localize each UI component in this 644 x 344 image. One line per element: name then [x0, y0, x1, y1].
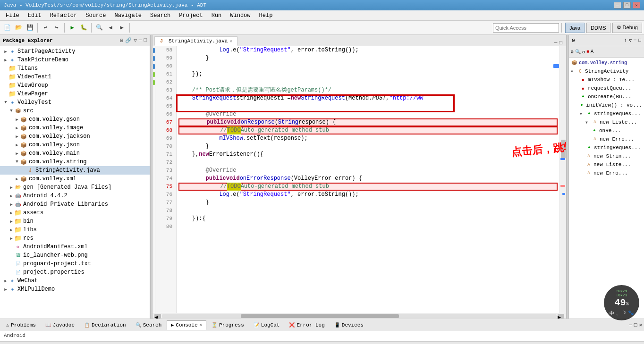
tab-logcat[interactable]: 📝 LogCat: [249, 320, 284, 330]
outline-anon-errorlistener2[interactable]: A new Erro...: [569, 169, 644, 177]
tree-item-main[interactable]: ▶ 📦 com.volley.main: [0, 149, 150, 158]
perspective-java[interactable]: Java: [565, 23, 585, 33]
tab-javadoc[interactable]: 📖 Javadoc: [41, 320, 79, 330]
horizontal-scrollbar[interactable]: ◀ ▶: [153, 313, 566, 319]
tree-item-res[interactable]: ▶ 📁 res: [0, 234, 150, 243]
tree-item-viewgroup[interactable]: ▶ 📁 ViewGroup: [0, 81, 150, 90]
h-scroll-track[interactable]: [162, 314, 557, 318]
quick-access-input[interactable]: [493, 23, 559, 33]
tree-item-volleytest[interactable]: ▼ ◈ VolleyTest: [0, 98, 150, 107]
net-btn-moon[interactable]: ☽: [623, 310, 626, 317]
tree-item-viewpager[interactable]: ▶ 📁 ViewPager: [0, 90, 150, 98]
tab-problems[interactable]: ⚠ Problems: [2, 320, 40, 330]
tree-item-gen[interactable]: ▶ 📂 gen [Generated Java Files]: [0, 183, 150, 192]
menu-navigate[interactable]: Navigate: [110, 11, 145, 20]
outline-method-initview[interactable]: ● initView() : vo...: [569, 101, 644, 109]
console-minimize[interactable]: ─: [629, 322, 632, 328]
outline-btn-1[interactable]: ⚙: [571, 49, 574, 55]
tab-declaration[interactable]: 📋 Declaration: [80, 320, 130, 330]
close-button[interactable]: ✕: [633, 2, 640, 8]
outline-maximize-icon[interactable]: □: [638, 38, 641, 43]
menu-run[interactable]: Run: [208, 11, 226, 20]
net-btn-paw[interactable]: 🐾: [628, 310, 634, 317]
tab-console[interactable]: ▶ Console ✕: [167, 320, 206, 330]
menu-help[interactable]: Help: [255, 11, 277, 20]
console-close[interactable]: ✕: [200, 322, 202, 327]
outline-anon-listener2[interactable]: A new Liste...: [569, 160, 644, 169]
tree-item-manifest[interactable]: ▶ ⚙ AndroidManifest.xml: [0, 243, 150, 251]
console-maximize[interactable]: □: [634, 322, 637, 328]
menu-search[interactable]: Search: [146, 11, 174, 20]
outline-btn-2[interactable]: 🔍: [575, 49, 581, 55]
tree-item-string[interactable]: ▼ 📦 com.volley.string: [0, 158, 150, 166]
collapse-all-icon[interactable]: ⊟: [120, 37, 124, 43]
perspective-debug[interactable]: ⚙ Debug: [612, 23, 642, 33]
tree-item-jackson[interactable]: ▶ 📦 com.volley.jackson: [0, 132, 150, 141]
toolbar-new[interactable]: 📄: [2, 23, 12, 33]
tree-item-assets[interactable]: ▶ 📁 assets: [0, 209, 150, 217]
tree-item-json[interactable]: ▶ 📦 com.volley.json: [0, 141, 150, 149]
tree-item-startpage[interactable]: ▶ ◈ StartPageActivity: [0, 47, 150, 56]
window-controls[interactable]: ─ □ ✕: [614, 2, 640, 8]
tree-item-xml[interactable]: ▶ 📦 com.volley.xml: [0, 175, 150, 183]
editor-maximize[interactable]: □: [559, 40, 562, 46]
tab-errorlog[interactable]: ❌ Error Log: [285, 320, 329, 330]
h-scroll-thumb[interactable]: [241, 314, 398, 318]
outline-anon-strin[interactable]: A new Strin...: [569, 152, 644, 160]
perspective-ddms[interactable]: DDMS: [586, 23, 610, 33]
tree-item-stringactivity[interactable]: ▶ J StringActivity.java: [0, 166, 150, 175]
tree-item-android442[interactable]: ▶ 🤖 Android 4.4.2: [0, 192, 150, 200]
tree-item-image[interactable]: ▶ 📦 com.volley.image: [0, 124, 150, 132]
outline-filter-icon[interactable]: ▽: [629, 38, 632, 43]
outline-minimize-icon[interactable]: ─: [634, 38, 636, 43]
maximize-button[interactable]: □: [623, 2, 631, 8]
menu-refactor[interactable]: Refactor: [46, 11, 81, 20]
outline-btn-3[interactable]: ↺: [582, 49, 585, 55]
scrollbar-thumb[interactable]: [561, 140, 566, 159]
outline-method-stringreq2[interactable]: ▼ ● stringReques...: [569, 143, 644, 152]
toolbar-run[interactable]: ▶: [67, 23, 77, 33]
tree-item-libs[interactable]: ▶ 📁 libs: [0, 226, 150, 234]
tree-item-taskpicture[interactable]: ▶ ◈ TaskPictureDemo: [0, 56, 150, 64]
net-btn-2[interactable]: 、: [616, 310, 621, 317]
outline-field-mtvshow[interactable]: ■ mTvShow : Te...: [569, 76, 644, 84]
link-editor-icon[interactable]: 🔗: [125, 37, 132, 43]
toolbar-search[interactable]: 🔍: [94, 23, 104, 33]
outline-package[interactable]: 📦 com.volley.string: [569, 59, 644, 67]
outline-anon-listener1[interactable]: ▼ A new Liste...: [569, 118, 644, 126]
toolbar-save[interactable]: 💾: [25, 23, 35, 33]
menu-window[interactable]: Window: [226, 11, 254, 20]
tree-item-titans[interactable]: ▶ 📁 Titans: [0, 64, 150, 73]
tab-progress[interactable]: ⏳ Progress: [207, 320, 248, 330]
outline-method-stringreq1[interactable]: ▼ ● stringReques...: [569, 109, 644, 118]
menu-source[interactable]: Source: [82, 11, 110, 20]
tree-item-wechat[interactable]: ▶ ◈ WeChat: [0, 277, 150, 285]
h-scroll-left[interactable]: ◀: [154, 314, 161, 319]
tree-item-proguard[interactable]: ▶ 📄 proguard-project.txt: [0, 260, 150, 268]
net-btn-1[interactable]: 中: [610, 310, 614, 317]
outline-btn-4[interactable]: ■: [586, 49, 589, 54]
tree-item-src[interactable]: ▼ 📦 src: [0, 107, 150, 115]
tab-close[interactable]: ✕: [229, 39, 232, 44]
view-menu-icon[interactable]: ▽: [134, 37, 137, 43]
console-close-btn[interactable]: ✕: [639, 322, 642, 328]
toolbar-debug[interactable]: 🐛: [78, 23, 89, 33]
tree-item-props[interactable]: ▶ 📄 project.properties: [0, 268, 150, 277]
outline-method-onresponse[interactable]: ● onRe...: [569, 126, 644, 135]
minimize-panel-icon[interactable]: ─: [139, 37, 142, 43]
menu-file[interactable]: File: [2, 11, 23, 20]
toolbar-undo[interactable]: ↩: [40, 23, 51, 33]
tree-item-videotest[interactable]: ▶ 📁 VideoTest1: [0, 73, 150, 81]
toolbar-forward[interactable]: ▶: [117, 23, 127, 33]
editor-minimize[interactable]: ─: [554, 40, 558, 46]
minimize-button[interactable]: ─: [614, 2, 621, 8]
tree-item-gson[interactable]: ▶ 📦 com.volley.gson: [0, 115, 150, 124]
tree-item-private-libs[interactable]: ▶ 🤖 Android Private Libraries: [0, 200, 150, 209]
h-scroll-right[interactable]: ▶: [558, 314, 564, 319]
tree-item-launcher[interactable]: ▶ 🖼 ic_launcher-web.png: [0, 251, 150, 260]
maximize-panel-icon[interactable]: □: [144, 37, 147, 43]
tab-search[interactable]: 🔍 Search: [131, 320, 166, 330]
toolbar-redo[interactable]: ↪: [51, 23, 62, 33]
outline-btn-5[interactable]: A: [591, 49, 593, 54]
outline-class-stringactivity[interactable]: ▼ C StringActivity: [569, 67, 644, 76]
